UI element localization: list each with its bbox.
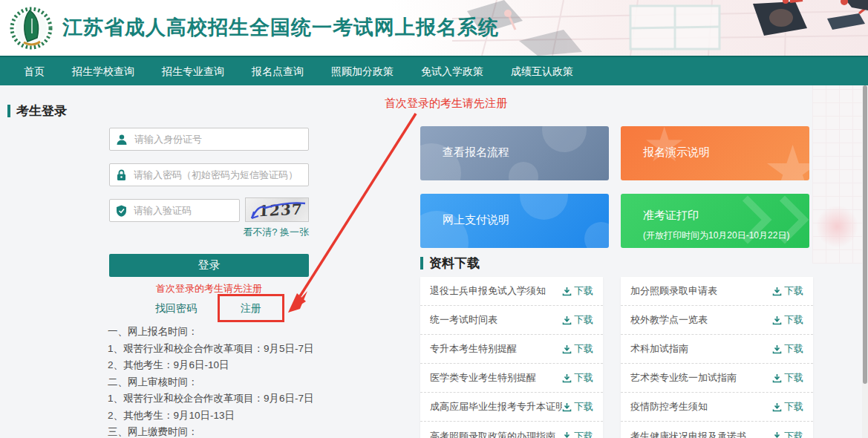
card-ticket-subtitle: (开放打印时间为10月20日-10月22日): [643, 229, 789, 242]
download-item: 专升本考生特别提醒 下载: [420, 335, 603, 364]
shield-check-icon: [116, 205, 127, 217]
user-icon: [116, 134, 128, 146]
download-item: 退役士兵申报免试入学须知 下载: [420, 277, 603, 306]
nav-item-school-query[interactable]: 招生学校查询: [68, 57, 139, 85]
star-decoration: ★: [763, 131, 809, 180]
page-header: 江苏省成人高校招生全国统一考试网上报名系统: [0, 0, 868, 56]
schedule-line: 2、其他考生：9月6日-10日: [108, 357, 420, 374]
download-icon: [562, 373, 572, 383]
id-number-input[interactable]: [134, 134, 302, 145]
main-nav: 首页 招生学校查询 招生专业查询 报名点查询 照顾加分政策 免试入学政策 成绩互…: [0, 56, 868, 85]
captcha-pen-stroke: [246, 198, 309, 222]
nav-item-bonus-policy[interactable]: 照顾加分政策: [327, 57, 398, 85]
download-item: 医学类专业考生特别提醒 下载: [420, 364, 603, 393]
download-link[interactable]: 下载: [772, 313, 803, 327]
download-icon: [772, 431, 782, 438]
download-icon: [562, 316, 572, 325]
download-link[interactable]: 下载: [562, 284, 593, 298]
schedule-line: 2、其他考生：9月10日-13日: [108, 408, 420, 425]
download-link[interactable]: 下载: [562, 400, 593, 414]
refresh-captcha-link[interactable]: 看不清? 换一张: [223, 226, 309, 239]
download-link[interactable]: 下载: [772, 430, 803, 438]
scrollbar-thumb[interactable]: [863, 85, 867, 384]
download-item: 艺术类专业统一加试指南 下载: [621, 364, 813, 393]
nav-item-score-policy[interactable]: 成绩互认政策: [506, 57, 578, 85]
first-login-note: 首次登录的考生请先注册: [109, 282, 309, 295]
downloads-right-panel: 加分照顾录取申请表 下载 校外教学点一览表 下载 术科加试指南 下载 艺术类专业…: [621, 277, 813, 438]
download-link[interactable]: 下载: [562, 430, 593, 438]
nav-item-major-query[interactable]: 招生专业查询: [157, 57, 229, 85]
download-icon: [772, 373, 782, 383]
nav-item-site-query[interactable]: 报名点查询: [247, 57, 308, 85]
download-icon: [562, 287, 572, 296]
site-title: 江苏省成人高校招生全国统一考试网上报名系统: [62, 14, 499, 41]
download-link[interactable]: 下载: [772, 371, 803, 385]
card-payment[interactable]: 网上支付说明: [420, 194, 609, 248]
schedule-line: 三、网上缴费时间：: [108, 424, 420, 438]
download-link[interactable]: 下载: [772, 284, 803, 298]
download-link[interactable]: 下载: [772, 400, 803, 414]
download-item: 统一考试时间表 下载: [420, 306, 603, 335]
download-item: 疫情防控考生须知 下载: [621, 393, 813, 422]
downloads-section-title: 资料下载: [429, 255, 480, 272]
schedule-line: 1、艰苦行业和校企合作改革项目：9月6日-7日: [108, 390, 420, 408]
download-icon: [562, 431, 572, 438]
download-item: 加分照顾录取申请表 下载: [621, 277, 813, 306]
download-icon: [772, 402, 782, 412]
card-ticket-label: 准考证打印: [643, 209, 699, 223]
register-link[interactable]: 注册: [241, 302, 261, 316]
login-button[interactable]: 登录: [109, 254, 309, 277]
section-accent-bar: [7, 105, 10, 117]
card-payment-label: 网上支付说明: [443, 213, 509, 227]
download-item: 校外教学点一览表 下载: [621, 306, 813, 335]
password-field[interactable]: [109, 163, 309, 186]
campus-photo-decoration: [452, 0, 868, 56]
schedule-line: 一、网上报名时间：: [108, 324, 420, 341]
download-link[interactable]: 下载: [772, 342, 803, 356]
download-icon: [772, 344, 782, 354]
section-accent-bar: [420, 257, 423, 269]
download-icon: [772, 287, 782, 296]
nav-item-home[interactable]: 首页: [19, 57, 49, 85]
forgot-password-link[interactable]: 找回密码: [155, 302, 197, 316]
registration-schedule: 一、网上报名时间： 1、艰苦行业和校企合作改革项目：9月5日-7日 2、其他考生…: [108, 324, 420, 438]
site-logo: [7, 4, 55, 51]
download-item: 成高应届毕业生报考专升本证明 下载: [420, 393, 603, 422]
login-section-header: 考生登录: [7, 102, 67, 120]
downloads-section-header: 资料下载: [420, 255, 480, 272]
downloads-left-panel: 退役士兵申报免试入学须知 下载 统一考试时间表 下载 专升本考生特别提醒 下载 …: [420, 277, 603, 438]
download-icon: [772, 316, 782, 325]
login-section-title: 考生登录: [16, 102, 67, 120]
lock-icon: [116, 169, 127, 181]
card-demo[interactable]: ★ ★ 报名演示说明: [621, 126, 809, 180]
download-link[interactable]: 下载: [562, 371, 593, 385]
card-view-flow[interactable]: 查看报名流程: [420, 126, 609, 180]
download-icon: [562, 344, 572, 354]
download-item: 高考照顾录取政策的办理指南 下载: [420, 422, 603, 438]
schedule-line: 1、艰苦行业和校企合作改革项目：9月5日-7日: [108, 341, 420, 358]
card-view-flow-label: 查看报名流程: [443, 146, 509, 160]
download-icon: [562, 402, 572, 412]
download-link[interactable]: 下载: [562, 313, 593, 327]
id-number-field[interactable]: [109, 128, 309, 151]
card-admission-ticket[interactable]: 准考证打印 (开放打印时间为10月20日-10月22日): [621, 194, 809, 248]
password-input[interactable]: [134, 169, 302, 180]
nav-item-exempt-policy[interactable]: 免试入学政策: [417, 57, 488, 85]
download-link[interactable]: 下载: [562, 342, 593, 356]
download-item: 术科加试指南 下载: [621, 335, 813, 364]
card-demo-label: 报名演示说明: [643, 146, 710, 160]
download-item: 考生健康状况申报及承诺书 下载: [621, 422, 813, 438]
background-blob: [817, 204, 858, 249]
captcha-field[interactable]: [109, 199, 240, 222]
captcha-image[interactable]: 1237: [245, 197, 309, 222]
register-annotation: 首次登录的考生请先注册: [385, 97, 507, 111]
schedule-line: 二、网上审核时间：: [108, 374, 420, 391]
